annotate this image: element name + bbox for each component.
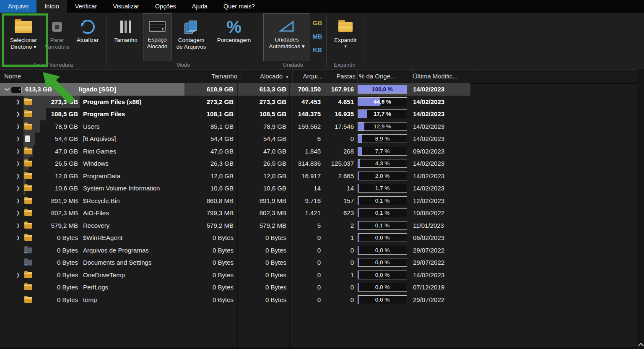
tree-chevron[interactable]: ❯	[15, 207, 21, 219]
column-header-nome[interactable]: Nome	[0, 70, 189, 83]
percent-mode-button[interactable]: % Porcentagem	[212, 14, 256, 60]
menu-ajuda[interactable]: Ajuda	[184, 0, 216, 13]
size-label: 12,0 GB	[21, 170, 78, 182]
menu-inicio[interactable]: Início	[36, 0, 67, 13]
size-label: 10,6 GB	[21, 182, 78, 195]
name-cell: ❯ 54,4 GB [6 Arquivos]	[0, 133, 184, 145]
cell-percent: 0,0 %	[356, 232, 409, 244]
column-header-arquivos[interactable]: Arqui...	[289, 70, 325, 83]
percent-label: 0,0 %	[358, 246, 407, 254]
file-count-mode-button[interactable]: Contagem de Arquivos	[172, 14, 210, 60]
tree-chevron[interactable]: ❯	[15, 157, 21, 170]
stop-scan-button[interactable]: Parar Varredura	[44, 14, 70, 60]
menu-opcoes[interactable]: Opções	[147, 0, 184, 13]
cell-tamanho: 0 Bytes	[184, 244, 237, 257]
vertical-scrollbar[interactable]	[637, 69, 644, 349]
tree-chevron[interactable]: ❯	[15, 120, 21, 133]
cell-date: 14/02/2023	[409, 133, 470, 145]
table-row[interactable]: ❯ 108,5 GB Program Files 108,1 GB 108,5 …	[0, 108, 637, 120]
tree-chevron[interactable]: ❯	[15, 269, 21, 281]
menu-visualizar[interactable]: Visualizar	[105, 0, 147, 13]
row-name: Documents and Settings	[83, 256, 151, 269]
name-cell: 0 Bytes Arquivos de Programas	[0, 244, 184, 257]
tree-chevron[interactable]: ❯	[15, 145, 21, 158]
cell-pastas: 16.935	[323, 108, 356, 120]
table-row[interactable]: ❯ 12,0 GB ProgramData 12,0 GB 12,0 GB 16…	[0, 170, 637, 182]
allocated-mode-button[interactable]: Espaço Alocado	[143, 13, 171, 61]
cell-tamanho: 579,2 MB	[184, 219, 237, 232]
row-name: ProgramData	[83, 170, 120, 182]
expand-button[interactable]: Expandir ▾	[330, 14, 361, 60]
table-row[interactable]: ❯ 54,4 GB [6 Arquivos] 54,4 GB 54,4 GB 6…	[0, 133, 637, 145]
table-row[interactable]: ❯ 579,2 MB Recovery 579,2 MB 579,2 MB 5 …	[0, 219, 637, 232]
table-row[interactable]: ❯ 802,3 MB AiO-Files 799,3 MB 802,3 MB 1…	[0, 207, 637, 219]
table-row[interactable]: ❯ 891,9 MB $Recycle.Bin 860,8 MB 891,9 M…	[0, 195, 637, 207]
tree-chevron[interactable]: ❯	[15, 108, 21, 120]
table-row[interactable]: ❯ 26,5 GB Windows 26,3 GB 26,5 GB 314.83…	[0, 157, 637, 170]
menu-arquivo[interactable]: Arquivo	[0, 0, 36, 13]
table-row[interactable]: 0 Bytes Documents and Settings 0 Bytes 0…	[0, 256, 637, 269]
unit-gb-button[interactable]: GB	[310, 16, 325, 29]
column-header-pastas[interactable]: Pastas	[323, 70, 358, 83]
cell-arquivos: 1.421	[289, 207, 323, 219]
percent-label: 0,0 %	[358, 271, 407, 279]
column-header-tamanho[interactable]: Tamanho	[184, 70, 242, 83]
expand-dropdown-arrow[interactable]: ▾	[344, 44, 347, 48]
cell-tamanho: 10,6 GB	[184, 182, 237, 195]
cell-date: 14/02/2023	[409, 96, 470, 108]
row-name: Riot Games	[83, 145, 116, 158]
cell-pastas: 0	[323, 294, 356, 306]
menu-quer-mais[interactable]: Quer mais?	[216, 0, 263, 13]
unit-mb-button[interactable]: MB	[310, 29, 325, 43]
cell-date: 29/07/2022	[409, 256, 470, 269]
unit-kb-button[interactable]: KB	[310, 43, 325, 56]
row-name: $WinREAgent	[83, 232, 122, 244]
allocated-label-1: Espaço	[148, 36, 166, 43]
column-header-alocado[interactable]: Alocado▼	[237, 70, 293, 83]
size-mode-button[interactable]: Tamanho	[110, 14, 142, 60]
hard-drive-icon	[149, 21, 166, 32]
cell-percent: 0,1 %	[356, 207, 409, 219]
refresh-button[interactable]: Atualizar	[72, 14, 103, 60]
row-name: Program Files	[83, 108, 125, 120]
auto-units-button[interactable]: Unidades Automáticas ▾	[263, 13, 310, 61]
table-row[interactable]: ❯ 613,3 GB ligado [SSD] 618,9 GB 613,3 G…	[0, 83, 637, 96]
table-row[interactable]: ❯ 78,9 GB Users 85,1 GB 78,9 GB 159.562 …	[0, 120, 637, 133]
table-row[interactable]: 0 Bytes temp 0 Bytes 0 Bytes 0 0 0,0 % 2…	[0, 294, 637, 306]
drive-icon	[11, 87, 22, 93]
cell-arquivos: 6	[289, 133, 323, 145]
tree-chevron[interactable]: ❯	[15, 232, 21, 244]
table-row[interactable]: ❯ 47,0 GB Riot Games 47,0 GB 47,0 GB 1.8…	[0, 145, 637, 158]
cell-arquivos: 700.150	[289, 83, 323, 96]
ribbon-separator	[261, 15, 261, 67]
menu-verificar[interactable]: Verificar	[67, 0, 105, 13]
column-gridline	[289, 83, 290, 349]
tree-chevron[interactable]: ❯	[15, 219, 21, 232]
file-stack-icon	[184, 21, 198, 33]
name-cell: ❯ 891,9 MB $Recycle.Bin	[0, 195, 184, 207]
percent-box: 12,9 %	[358, 122, 407, 131]
tree-chevron[interactable]: ❯	[15, 96, 21, 108]
table-row[interactable]: 0 Bytes PerfLogs 0 Bytes 0 Bytes 0 0 0,0…	[0, 281, 637, 294]
table-row[interactable]: ❯ 0 Bytes $WinREAgent 0 Bytes 0 Bytes 0 …	[0, 232, 637, 244]
table-row[interactable]: ❯ 0 Bytes OneDriveTemp 0 Bytes 0 Bytes 0…	[0, 269, 637, 281]
table-row[interactable]: ❯ 10,6 GB System Volume Information 10,6…	[0, 182, 637, 195]
cell-pastas: 0	[323, 281, 356, 294]
column-header-ultima-modificacao[interactable]: Última Modific...	[409, 70, 475, 83]
tree-chevron[interactable]: ❯	[15, 195, 21, 207]
cell-date: 09/02/2023	[409, 145, 470, 158]
tree-chevron[interactable]: ❯	[15, 133, 21, 145]
cell-pastas: 2	[323, 219, 356, 232]
tree-chevron[interactable]: ❯	[15, 170, 21, 182]
table-row[interactable]: 0 Bytes Arquivos de Programas 0 Bytes 0 …	[0, 244, 637, 257]
name-cell: ❯ 108,5 GB Program Files	[0, 108, 184, 120]
column-header-percent[interactable]: % da Orige...	[356, 70, 413, 83]
cell-arquivos: 16.917	[289, 170, 323, 182]
file-count-label-1: Contagem	[178, 37, 204, 44]
scroll-up-icon[interactable]	[639, 342, 643, 346]
percent-label: 17,7 %	[358, 110, 407, 118]
cell-alocado: 26,5 GB	[237, 157, 289, 170]
tree-chevron[interactable]: ❯	[15, 182, 21, 195]
table-row[interactable]: ❯ 273,3 GB Program Files (x86) 273,2 GB …	[0, 96, 637, 108]
cell-percent: 1,7 %	[356, 182, 409, 195]
